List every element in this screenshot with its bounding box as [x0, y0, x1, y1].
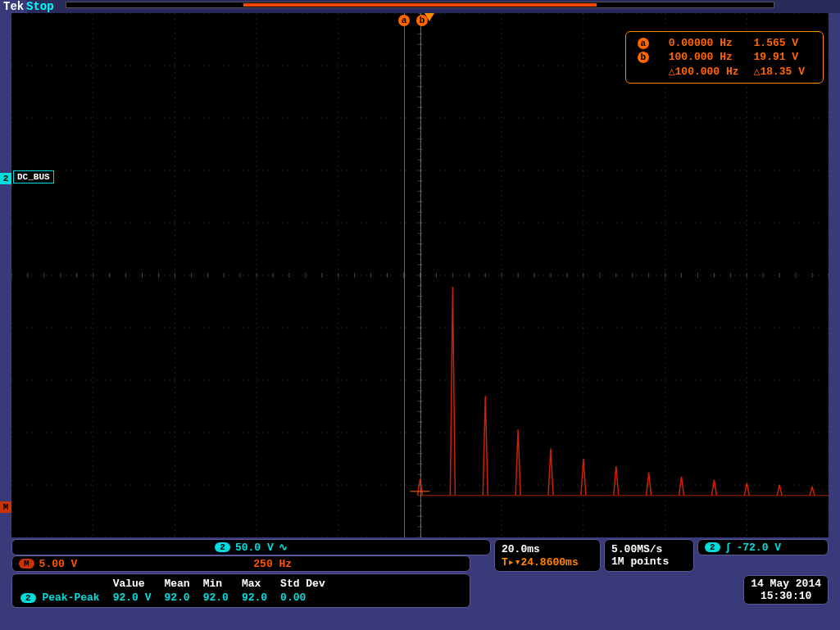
cursor-b-volt: 19.91 V: [751, 51, 815, 63]
meas-hdr-max: Max: [242, 578, 279, 590]
trigger-level: -72.0 V: [736, 542, 781, 554]
acquisition-panel[interactable]: 5.00MS/s 1M points: [604, 539, 694, 572]
meas-stddev: 0.00: [280, 591, 337, 604]
top-bar: Tek Stop: [0, 0, 840, 13]
trigger-arrow-icon: ▸▾: [508, 556, 521, 569]
cursor-b-line[interactable]: [420, 13, 421, 537]
meas-max: 92.0: [242, 591, 279, 604]
cursor-a-freq: 0.00000 Hz: [665, 37, 749, 49]
cursor-delta-volt: △18.35 V: [751, 65, 815, 78]
trigger-t-icon: T: [502, 556, 508, 569]
meas-hdr-blank: [20, 578, 111, 590]
meas-mean: 92.0: [164, 591, 201, 604]
ch2-coupling-icon: ∿: [279, 541, 288, 554]
ch2-ground-marker[interactable]: 2: [0, 173, 11, 184]
scope-display[interactable]: a b 2 DC_BUS M a 0.00000 Hz 1.565 V b 10…: [11, 13, 829, 537]
trigger-panel[interactable]: 2 ∫ -72.0 V: [697, 539, 829, 555]
meas-hdr-stddev: Std Dev: [280, 578, 337, 590]
math-scale-panel[interactable]: M 5.00 V 250 Hz: [11, 555, 470, 572]
cursor-delta-freq: △100.000 Hz: [665, 65, 749, 78]
ch2-vdiv: 50.0 V: [235, 542, 274, 554]
datetime-panel: 14 May 2014 15:30:10: [743, 575, 829, 605]
cursor-a-line[interactable]: [404, 13, 405, 537]
math-vdiv: 5.00 V: [39, 558, 78, 570]
meas-min: 92.0: [203, 591, 240, 604]
cursor-a-volt: 1.565 V: [751, 37, 815, 49]
trigger-position-marker[interactable]: [425, 13, 434, 21]
ch2-badge: 2: [215, 542, 230, 552]
time-text: 15:30:10: [751, 590, 821, 602]
cursor-a-tag[interactable]: a: [398, 15, 410, 26]
record-length: 1M points: [611, 555, 669, 568]
meas-ch-badge: 2: [20, 593, 36, 603]
math-badge: M: [19, 559, 34, 569]
meas-value: 92.0 V: [113, 591, 163, 604]
meas-hdr-min: Min: [203, 578, 240, 590]
trigger-source-badge: 2: [705, 542, 720, 552]
timebase-panel[interactable]: 20.0ms T▸▾24.8600ms: [494, 539, 601, 572]
cursor-readout-panel: a 0.00000 Hz 1.565 V b 100.000 Hz 19.91 …: [625, 31, 824, 84]
brand-logo: Tek: [0, 0, 27, 13]
record-overview-track[interactable]: [66, 2, 774, 8]
cursor-a-icon: a: [638, 38, 649, 49]
trigger-edge-icon: ∫: [725, 542, 732, 554]
ch2-scale-panel[interactable]: 2 50.0 V ∿: [11, 539, 491, 555]
acquisition-status: Stop: [26, 0, 54, 13]
date-text: 14 May 2014: [751, 578, 821, 590]
sample-rate: 5.00MS/s: [611, 543, 662, 555]
math-hdiv: 250 Hz: [253, 558, 292, 570]
math-ground-marker[interactable]: M: [0, 501, 11, 513]
meas-hdr-value: Value: [113, 578, 163, 590]
timebase-offset: 24.8600ms: [520, 556, 578, 569]
cursor-b-freq: 100.000 Hz: [665, 51, 749, 63]
meas-hdr-mean: Mean: [164, 578, 201, 590]
ch2-label: DC_BUS: [13, 170, 54, 184]
cursor-b-icon: b: [638, 52, 649, 63]
timebase-value: 20.0ms: [502, 543, 540, 555]
measurement-panel[interactable]: Value Mean Min Max Std Dev 2 Peak-Peak 9…: [11, 573, 470, 608]
record-overview-thumb[interactable]: [243, 3, 597, 7]
meas-name: Peak-Peak: [42, 591, 99, 604]
